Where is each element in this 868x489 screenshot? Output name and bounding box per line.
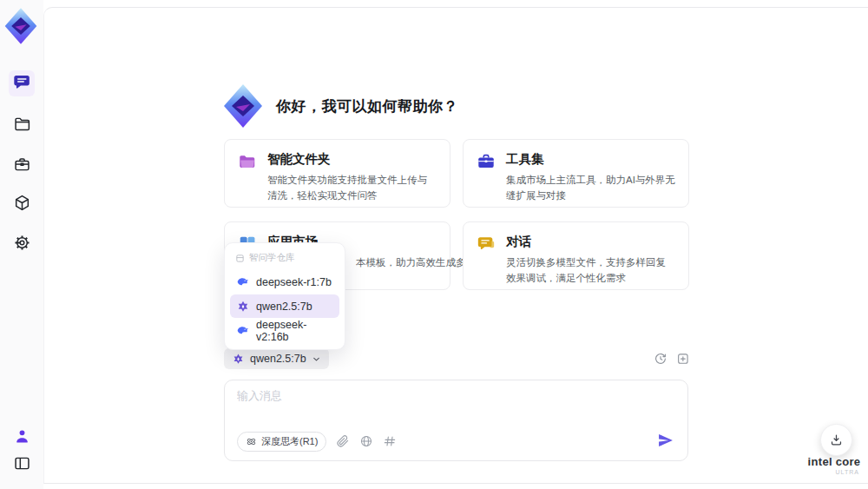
download-icon	[829, 433, 844, 447]
sidebar	[0, 0, 43, 489]
sidebar-collapse-toggle[interactable]	[9, 452, 35, 478]
repo-icon	[235, 254, 245, 263]
sidebar-item-toolbox[interactable]	[9, 153, 35, 179]
folder-icon	[13, 115, 31, 135]
toolbox-icon	[13, 155, 31, 176]
paperclip-icon[interactable]	[335, 434, 350, 449]
app-logo	[3, 7, 38, 45]
card-desc: 灵活切换多模型文件，支持多样回复效果调试，满足个性化需求	[506, 254, 675, 287]
globe-icon[interactable]	[358, 434, 373, 449]
intel-core-text: intel core	[804, 455, 865, 468]
card-smart-folder[interactable]: 智能文件夹 智能文件夹功能支持批量文件上传与清洗，轻松实现文件问答	[224, 139, 450, 208]
chat-toolbar-icons	[653, 351, 690, 366]
card-dialog[interactable]: 对话 灵活切换多模型文件，支持多样回复效果调试，满足个性化需求	[463, 221, 689, 290]
greeting: 你好，我可以如何帮助你？	[222, 83, 458, 129]
message-input[interactable]	[237, 388, 675, 428]
history-icon[interactable]	[653, 351, 667, 366]
card-title: 工具集	[506, 151, 675, 168]
split-panel-icon	[13, 454, 31, 475]
deep-think-toggle[interactable]: 深度思考(R1)	[237, 432, 326, 452]
model-selector-label: qwen2.5:7b	[250, 353, 306, 365]
model-option-label: deepseek-v2:16b	[256, 319, 333, 343]
deepseek-icon	[236, 324, 250, 338]
model-selector-button[interactable]: qwen2.5:7b	[224, 348, 329, 369]
new-chat-icon[interactable]	[675, 351, 690, 366]
deep-think-label: 深度思考(R1)	[261, 435, 318, 448]
gear-icon	[13, 234, 31, 254]
qwen-icon	[232, 353, 245, 366]
card-desc: 智能文件夹功能支持批量文件上传与清洗，轻松实现文件问答	[267, 172, 437, 204]
user-icon	[13, 427, 31, 448]
model-option-label: qwen2.5:7b	[256, 301, 312, 313]
toolset-icon	[477, 152, 496, 171]
chevron-down-icon	[312, 354, 321, 364]
send-icon	[657, 432, 674, 449]
chat-input-box: 深度思考(R1)	[224, 380, 688, 461]
model-option-deepseek-r1-7b[interactable]: deepseek-r1:7b	[230, 270, 339, 294]
model-dropdown: 智问学仓库 deepseek-r1:7b qwen2.5:7b deepseek…	[224, 242, 345, 350]
model-option-label: deepseek-r1:7b	[256, 276, 332, 288]
sidebar-item-folders[interactable]	[9, 112, 35, 138]
atom-icon	[246, 436, 257, 447]
model-dropdown-header: 智问学仓库	[230, 249, 339, 270]
greeting-logo	[222, 83, 264, 129]
card-title: 智能文件夹	[267, 151, 437, 168]
chat-icon	[13, 73, 31, 94]
smart-folder-icon	[238, 152, 257, 171]
sidebar-item-settings[interactable]	[9, 231, 35, 257]
model-option-qwen2-5-7b[interactable]: qwen2.5:7b	[230, 294, 339, 318]
send-button[interactable]	[656, 432, 675, 451]
greeting-title: 你好，我可以如何帮助你？	[276, 96, 458, 116]
card-toolset[interactable]: 工具集 集成市场上主流工具，助力AI与外界无缝扩展与对接	[463, 139, 689, 208]
grid-icon[interactable]	[382, 434, 397, 449]
model-dropdown-header-label: 智问学仓库	[249, 252, 295, 264]
model-option-deepseek-v2-16b[interactable]: deepseek-v2:16b	[230, 319, 339, 342]
package-cube-icon	[13, 194, 31, 215]
intel-core-logo: intel core ultra	[804, 455, 865, 475]
intel-ultra-text: ultra	[804, 469, 865, 475]
sidebar-item-chat[interactable]	[9, 70, 35, 96]
app-window: 你好，我可以如何帮助你？ 智能文件夹 智能文件夹功能支持批量文件上传与清洗，轻松…	[0, 0, 868, 489]
dialog-icon	[477, 235, 496, 254]
card-desc: 集成市场上主流工具，助力AI与外界无缝扩展与对接	[506, 172, 675, 204]
deepseek-icon	[236, 275, 250, 289]
input-toolbar: 深度思考(R1)	[237, 431, 675, 452]
qwen-icon	[236, 300, 250, 314]
card-title: 对话	[506, 234, 675, 250]
sidebar-item-account[interactable]	[9, 425, 35, 451]
download-button[interactable]	[820, 424, 852, 456]
sidebar-item-apps[interactable]	[9, 191, 35, 217]
